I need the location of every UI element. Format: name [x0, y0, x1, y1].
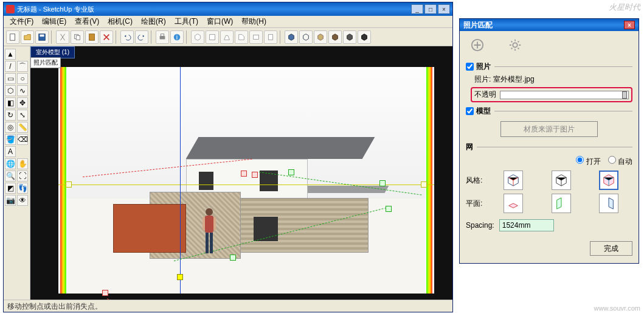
look-around-tool[interactable]: 👁	[17, 195, 28, 206]
red-handle[interactable]	[102, 290, 108, 296]
red-handle[interactable]	[252, 172, 258, 178]
tape-tool[interactable]: 📏	[17, 122, 28, 133]
rotate-tool[interactable]: ↻	[5, 110, 16, 121]
pushpull-tool[interactable]: ◧	[5, 97, 16, 108]
close-button[interactable]: ×	[438, 4, 450, 14]
menu-view[interactable]: 查看(V)	[71, 15, 103, 28]
grid-section-label: 网	[466, 142, 473, 152]
material-from-photo-button[interactable]: 材质来源于图片	[500, 121, 598, 137]
right-view-button[interactable]	[235, 30, 248, 44]
green-handle[interactable]	[288, 169, 294, 175]
save-button[interactable]	[35, 30, 49, 44]
done-button[interactable]: 完成	[590, 241, 632, 256]
delete-button[interactable]	[100, 30, 113, 44]
svg-rect-2	[40, 34, 44, 37]
pan-tool[interactable]: ✋	[17, 158, 28, 169]
dialog-titlebar[interactable]: 照片匹配 ×	[460, 19, 639, 31]
walk-tool[interactable]: 👣	[17, 183, 28, 194]
orbit-tool[interactable]: 🌐	[5, 158, 16, 169]
move-tool[interactable]: ✥	[17, 97, 28, 108]
style-option-2[interactable]	[552, 171, 571, 190]
style-option-3[interactable]	[599, 171, 618, 190]
plane-option-yz[interactable]	[599, 194, 618, 213]
menu-help[interactable]: 帮助(H)	[238, 15, 270, 28]
scale-tool[interactable]: ⤡	[17, 110, 28, 121]
opacity-slider[interactable]	[500, 91, 629, 99]
horizon-handle[interactable]	[421, 181, 427, 188]
eraser-tool[interactable]: ⌫	[17, 134, 28, 145]
menu-file[interactable]: 文件(F)	[6, 15, 37, 28]
left-view-button[interactable]	[264, 30, 277, 44]
red-handle[interactable]	[241, 171, 247, 177]
position-camera-tool[interactable]: 📷	[5, 195, 16, 206]
line-tool[interactable]: /	[5, 61, 16, 72]
select-tool[interactable]: ▲	[5, 49, 16, 60]
scale-figure[interactable]	[199, 207, 219, 259]
offset-tool[interactable]: ◎	[5, 122, 16, 133]
horizon-line[interactable]	[58, 185, 434, 185]
green-handle[interactable]	[230, 255, 236, 261]
photo-section-checkbox[interactable]	[466, 63, 474, 71]
zoom-extents-tool[interactable]: ⛶	[17, 171, 28, 181]
undo-button[interactable]	[120, 30, 134, 44]
paint-tool[interactable]: 🪣	[5, 134, 16, 145]
viewport[interactable]: 室外模型 (1) 照片匹配	[30, 46, 452, 300]
spacing-label: Spacing:	[466, 221, 494, 230]
add-photo-icon[interactable]	[471, 38, 484, 52]
circle-tool[interactable]: ○	[17, 73, 28, 84]
print-button[interactable]	[156, 30, 169, 44]
opacity-slider-thumb[interactable]	[622, 91, 627, 99]
grid-auto-radio[interactable]: 自动	[608, 156, 632, 167]
rectangle-tool[interactable]: ▭	[5, 73, 16, 84]
menu-tools[interactable]: 工具(T)	[171, 15, 202, 28]
zoom-tool[interactable]: 🔍	[5, 171, 16, 181]
redo-button[interactable]	[135, 30, 148, 44]
copy-button[interactable]	[71, 30, 84, 44]
top-view-button[interactable]	[206, 30, 219, 44]
orange-wall	[113, 204, 186, 253]
menu-edit[interactable]: 编辑(E)	[38, 15, 70, 28]
gear-icon[interactable]	[508, 38, 522, 52]
menu-camera[interactable]: 相机(C)	[104, 15, 136, 28]
red-line-2[interactable]	[107, 298, 269, 300]
green-handle[interactable]	[386, 206, 392, 212]
spacing-input[interactable]	[499, 219, 554, 231]
style-tb1[interactable]	[285, 30, 298, 44]
menu-draw[interactable]: 绘图(R)	[137, 15, 170, 28]
style-tb2[interactable]	[299, 30, 313, 44]
origin-handle[interactable]	[177, 274, 183, 280]
photo-area[interactable]	[58, 67, 434, 294]
cut-button[interactable]	[56, 30, 69, 44]
scene-tab-active[interactable]: 室外模型 (1)	[30, 46, 75, 58]
style-tb6[interactable]	[358, 30, 371, 44]
arc-tool[interactable]: ⌒	[17, 61, 28, 72]
paste-button[interactable]	[85, 30, 99, 44]
titlebar[interactable]: 无标题 - SketchUp 专业版 _ □ ×	[4, 2, 452, 16]
back-view-button[interactable]	[249, 30, 263, 44]
new-button[interactable]	[6, 30, 19, 44]
minimize-button[interactable]: _	[411, 4, 423, 14]
help-button[interactable]: i	[170, 30, 184, 44]
grid-on-radio[interactable]: 打开	[576, 156, 600, 167]
dialog-close-button[interactable]: ×	[624, 21, 635, 29]
house-model	[113, 137, 369, 271]
style-tb4[interactable]	[328, 30, 342, 44]
menu-window[interactable]: 窗口(W)	[203, 15, 237, 28]
model-section-checkbox[interactable]	[466, 107, 474, 115]
polygon-tool[interactable]: ⬡	[5, 85, 16, 96]
style-tb5[interactable]	[343, 30, 356, 44]
iso-view-button[interactable]	[191, 30, 204, 44]
plane-option-xy[interactable]	[504, 194, 523, 213]
photo-match-tab[interactable]: 照片匹配	[30, 57, 61, 68]
plane-option-xz[interactable]	[552, 194, 571, 213]
horizon-handle[interactable]	[66, 181, 72, 188]
open-button[interactable]	[21, 30, 34, 44]
section-tool[interactable]: ◩	[5, 183, 16, 194]
style-option-1[interactable]	[504, 171, 523, 190]
front-view-button[interactable]	[220, 30, 234, 44]
green-handle[interactable]	[379, 180, 386, 186]
maximize-button[interactable]: □	[424, 4, 437, 14]
text-tool[interactable]: A	[5, 146, 16, 157]
style-tb3[interactable]	[314, 30, 327, 44]
freehand-tool[interactable]: ∿	[17, 85, 28, 96]
